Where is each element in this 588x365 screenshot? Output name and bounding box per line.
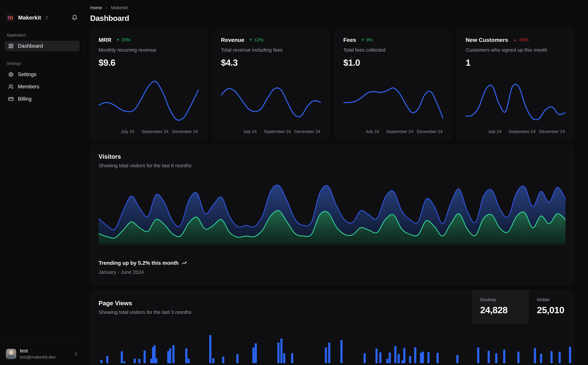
bar [236, 354, 239, 363]
bar [134, 358, 136, 363]
bar [534, 348, 536, 363]
arrow-up-icon [116, 38, 120, 42]
workspace-name: Makerkit [18, 14, 41, 21]
bar [185, 348, 187, 363]
bar [517, 351, 519, 363]
bar [212, 358, 214, 363]
stat-value: $1.0 [343, 57, 443, 68]
bar [169, 348, 171, 363]
visitors-subtitle: Showing total visitors for the last 6 mo… [99, 163, 566, 168]
bar [252, 347, 255, 363]
bar [389, 352, 391, 363]
bar [280, 338, 283, 363]
sidebar-item-dashboard[interactable]: Dashboard [5, 41, 80, 51]
gear-icon [8, 72, 14, 77]
bar [403, 348, 405, 363]
sparkline-x-axis: July 24 September 24 December 24 [343, 127, 443, 135]
main-content: Home Makerkit Dashboard MRR 20% Monthly … [84, 0, 588, 365]
bar [283, 353, 285, 363]
app-root: m Makerkit Application Dashboard Setti [0, 0, 588, 365]
bar [187, 358, 190, 363]
bar [550, 351, 553, 363]
bar [155, 358, 158, 363]
stat-delta: -25% [513, 37, 529, 42]
sidebar-item-label: Settings [18, 71, 36, 77]
bar [540, 354, 542, 363]
user-menu[interactable]: test test@makerkit.dev [0, 344, 84, 365]
sparkline-x-axis: July 24 September 24 December 24 [99, 127, 199, 135]
stat-cards-row: MRR 20% Monthly recurring revenue $9.6 J… [90, 29, 574, 140]
bar [414, 347, 416, 363]
credit-card-icon [8, 96, 14, 102]
visitors-card: Visitors Showing total visitors for the … [90, 145, 574, 285]
sidebar-item-members[interactable]: Members [5, 81, 80, 92]
visitors-trend-text: Trending up by 5.2% this month [99, 260, 179, 266]
stat-card-revenue: Revenue 12% Total revenue including fees… [213, 29, 329, 140]
bar [427, 352, 429, 363]
bar [100, 360, 103, 363]
stat-delta: 9% [361, 37, 373, 42]
stat-value: $4.3 [221, 57, 321, 68]
visitors-title: Visitors [99, 153, 566, 160]
stat-card-fees: Fees 9% Total fees collected $1.0 July 2… [335, 29, 452, 140]
stat-title: Revenue [221, 37, 244, 43]
tab-desktop[interactable]: Desktop 24,828 [472, 290, 529, 323]
bar [121, 351, 123, 363]
workspace-switcher[interactable]: m Makerkit [6, 13, 49, 22]
bar [495, 353, 497, 363]
arrow-down-icon [513, 38, 517, 42]
bar [255, 343, 257, 363]
sidebar: m Makerkit Application Dashboard Setti [0, 0, 84, 365]
sidebar-item-settings[interactable]: Settings [5, 69, 80, 80]
user-email: test@makerkit.dev [20, 355, 55, 360]
page-title: Dashboard [90, 14, 574, 23]
stat-description: Monthly recurring revenue [99, 47, 199, 53]
bar [123, 361, 125, 363]
page-views-bar-chart [99, 323, 572, 363]
sidebar-item-billing[interactable]: Billing [5, 94, 80, 104]
bar [394, 346, 396, 363]
bar [488, 351, 490, 363]
breadcrumb-home[interactable]: Home [90, 5, 102, 10]
bar [209, 335, 211, 363]
revenue-sparkline-chart [221, 77, 321, 126]
sidebar-nav: Application Dashboard Settings Settings … [0, 33, 84, 106]
bar [325, 347, 327, 363]
sidebar-header: m Makerkit [0, 0, 84, 22]
bar [503, 350, 505, 363]
bar [456, 355, 458, 363]
mrr-sparkline-chart [99, 77, 199, 126]
bar [172, 345, 174, 363]
bar [477, 347, 479, 363]
breadcrumb-current: Makerkit [111, 5, 128, 10]
stat-delta: 20% [116, 37, 130, 42]
bar [144, 351, 146, 363]
bar [328, 343, 330, 363]
stat-description: Customers who signed up this month [466, 47, 566, 53]
stat-title: Fees [343, 37, 356, 43]
notifications-button[interactable] [72, 14, 78, 21]
stat-title: New Customers [466, 37, 508, 43]
stat-description: Total revenue including fees [221, 47, 321, 53]
stat-card-mrr: MRR 20% Monthly recurring revenue $9.6 J… [90, 29, 207, 140]
bell-icon [72, 14, 78, 21]
sparkline-x-axis: July 24 September 24 December 24 [221, 127, 321, 135]
users-icon [8, 84, 14, 89]
tab-mobile[interactable]: Mobile 25,010 [529, 290, 574, 323]
stat-card-new-customers: New Customers -25% Customers who signed … [457, 29, 574, 140]
bar [375, 348, 378, 363]
sidebar-item-label: Dashboard [18, 43, 43, 49]
bar [436, 353, 439, 363]
bar [422, 351, 424, 363]
arrow-up-icon [361, 38, 365, 42]
dashboard-icon [8, 43, 14, 49]
stat-description: Total fees collected [343, 47, 443, 53]
avatar [6, 349, 16, 359]
stat-value: 1 [466, 57, 566, 68]
bar [138, 359, 140, 363]
bar [291, 353, 293, 363]
page-views-card: Page Views Showing total visitors for th… [90, 290, 574, 365]
stat-title: MRR [99, 37, 111, 43]
page-views-tabs: Desktop 24,828 Mobile 25,010 [472, 290, 574, 323]
sparkline-x-axis: July 24 September 24 December 24 [466, 127, 566, 135]
